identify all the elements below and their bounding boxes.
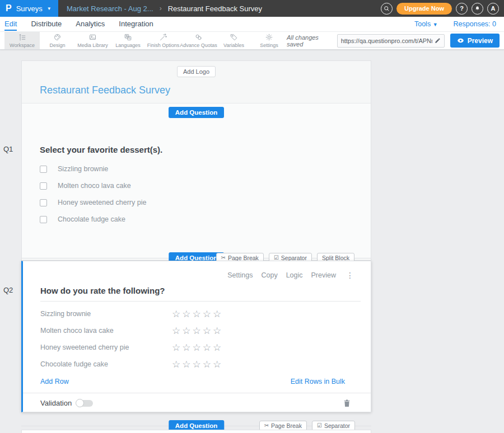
toolbar-item-settings[interactable]: Settings [251, 32, 287, 49]
checkbox[interactable] [40, 199, 47, 206]
validation-toggle[interactable] [76, 400, 93, 407]
toolbar-item-advance-quotas[interactable]: Advance Quotas [181, 32, 216, 49]
star-icon[interactable]: ☆ [172, 326, 182, 336]
variables-tag-icon [230, 33, 238, 41]
answer-option-label[interactable]: Molten choco lava cake [58, 182, 131, 190]
rating-rows: Sizzling brownie☆☆☆☆☆Molten choco lava c… [23, 305, 371, 373]
question-text[interactable]: How do you rate the following? [40, 286, 361, 302]
answer-option-label[interactable]: Sizzling brownie [58, 165, 108, 173]
rating-row-label[interactable]: Sizzling brownie [40, 310, 172, 318]
product-switcher[interactable]: P Surveys ▼ [0, 0, 58, 17]
finish-options-wand-icon [159, 33, 167, 41]
question-menu-settings[interactable]: Settings [227, 271, 253, 279]
star-icon[interactable]: ☆ [193, 326, 203, 336]
responses-count[interactable]: Responses: 0 [454, 20, 496, 28]
account-avatar[interactable]: A [487, 3, 499, 15]
question-menu-copy[interactable]: Copy [261, 271, 277, 279]
next-survey-block [21, 430, 371, 433]
svg-text:A: A [128, 37, 130, 40]
design-palette-icon [53, 33, 62, 41]
tab-integration[interactable]: Integration [119, 17, 153, 31]
answer-option-row: Chocolate fudge cake [40, 215, 371, 223]
toolbar-item-finish-options[interactable]: Finish Options [146, 32, 181, 49]
breadcrumb-folder[interactable]: Market Research - Aug 2... [67, 4, 153, 13]
star-icon[interactable]: ☆ [193, 342, 203, 353]
star-icon[interactable]: ☆ [182, 342, 192, 353]
star-icon[interactable]: ☆ [172, 359, 182, 370]
toggle-knob [76, 399, 84, 407]
more-options-icon[interactable]: ⋮ [346, 271, 354, 280]
star-rating: ☆☆☆☆☆ [172, 360, 223, 369]
tab-edit[interactable]: Edit [4, 17, 17, 31]
questionpro-logo: P [6, 4, 12, 13]
tab-analytics[interactable]: Analytics [76, 17, 105, 31]
add-row-link[interactable]: Add Row [40, 378, 69, 385]
toolbar-item-media-library[interactable]: Media Library [75, 32, 110, 49]
question-q2-selected[interactable]: SettingsCopyLogicPreview ⋮ How do you ra… [21, 261, 371, 412]
toolbar-item-variables[interactable]: Variables [216, 32, 251, 49]
question-menu-logic[interactable]: Logic [286, 271, 303, 279]
edit-rows-in-bulk-link[interactable]: Edit Rows in Bulk [291, 378, 345, 385]
product-name: Surveys [16, 4, 43, 13]
checkbox[interactable] [40, 182, 47, 190]
star-icon[interactable]: ☆ [182, 309, 192, 319]
add-logo-button[interactable]: Add Logo [177, 66, 216, 77]
rating-row: Molten choco lava cake☆☆☆☆☆ [23, 322, 371, 339]
settings-gear-icon [265, 33, 273, 41]
survey-title[interactable]: Restaurant Feedback Survey [40, 84, 371, 96]
star-icon[interactable]: ☆ [203, 359, 213, 370]
question-q1[interactable]: Select your favorite dessert(s). Sizzlin… [22, 145, 371, 223]
add-question-button[interactable]: Add Question [169, 107, 224, 118]
rating-row-label[interactable]: Chocolate fudge cake [40, 360, 172, 368]
toolbar-item-label: Media Library [77, 43, 108, 48]
notifications-button[interactable] [472, 3, 483, 15]
breadcrumb-survey-name: Restaurant Feedback Survey [168, 4, 262, 13]
survey-url-field[interactable]: https://qa.questionpro.com/t/APNrFZgS [337, 34, 445, 48]
toolbar-item-languages[interactable]: ALanguages [110, 32, 146, 49]
checkbox[interactable] [40, 216, 47, 223]
survey-header: Add Logo Restaurant Feedback Survey [22, 61, 371, 103]
preview-button[interactable]: Preview [450, 34, 500, 48]
tab-distribute[interactable]: Distribute [31, 17, 62, 31]
star-icon[interactable]: ☆ [193, 359, 203, 370]
star-icon[interactable]: ☆ [213, 326, 223, 336]
rating-row-label[interactable]: Honey sweetened cherry pie [40, 343, 172, 351]
star-icon[interactable]: ☆ [213, 309, 223, 319]
toolbar-right: All changes saved https://qa.questionpro… [287, 32, 504, 49]
star-icon[interactable]: ☆ [182, 326, 192, 336]
chevron-down-icon: ▼ [433, 22, 438, 27]
survey-url[interactable]: https://qa.questionpro.com/t/APNrFZgS [341, 37, 432, 44]
star-icon[interactable]: ☆ [182, 359, 192, 370]
delete-question-button[interactable] [343, 399, 351, 407]
question-menu: SettingsCopyLogicPreview ⋮ [23, 261, 371, 280]
question-menu-preview[interactable]: Preview [311, 271, 336, 279]
tools-label: Tools [414, 20, 431, 28]
checkbox[interactable] [40, 166, 47, 173]
breadcrumb: Market Research - Aug 2... › Restaurant … [67, 4, 262, 13]
edit-url-button[interactable] [435, 37, 441, 44]
toolbar-item-workspace[interactable]: Workspace [4, 32, 40, 49]
star-icon[interactable]: ☆ [213, 359, 223, 370]
toolbar-item-design[interactable]: Design [40, 32, 75, 49]
star-icon[interactable]: ☆ [172, 342, 182, 353]
question-text[interactable]: Select your favorite dessert(s). [40, 145, 371, 154]
rating-row-label[interactable]: Molten choco lava cake [40, 327, 172, 335]
star-icon[interactable]: ☆ [172, 309, 182, 319]
search-button[interactable] [381, 3, 393, 15]
upgrade-now-button[interactable]: Upgrade Now [396, 3, 452, 15]
answer-option-row: Sizzling brownie [40, 165, 371, 173]
trash-icon [343, 399, 351, 407]
answer-option-label[interactable]: Chocolate fudge cake [58, 215, 125, 223]
star-icon[interactable]: ☆ [193, 309, 203, 319]
page-break-icon: ✂ [221, 255, 226, 261]
star-icon[interactable]: ☆ [203, 342, 213, 353]
help-button[interactable]: ? [456, 3, 468, 15]
bell-icon [474, 6, 480, 12]
star-icon[interactable]: ☆ [213, 342, 223, 353]
star-rating: ☆☆☆☆☆ [172, 343, 223, 352]
toolbar-item-label: Languages [115, 43, 141, 48]
star-icon[interactable]: ☆ [203, 309, 213, 319]
tools-menu[interactable]: Tools ▼ [414, 20, 438, 28]
star-icon[interactable]: ☆ [203, 326, 213, 336]
answer-option-label[interactable]: Honey sweetened cherry pie [58, 199, 146, 206]
